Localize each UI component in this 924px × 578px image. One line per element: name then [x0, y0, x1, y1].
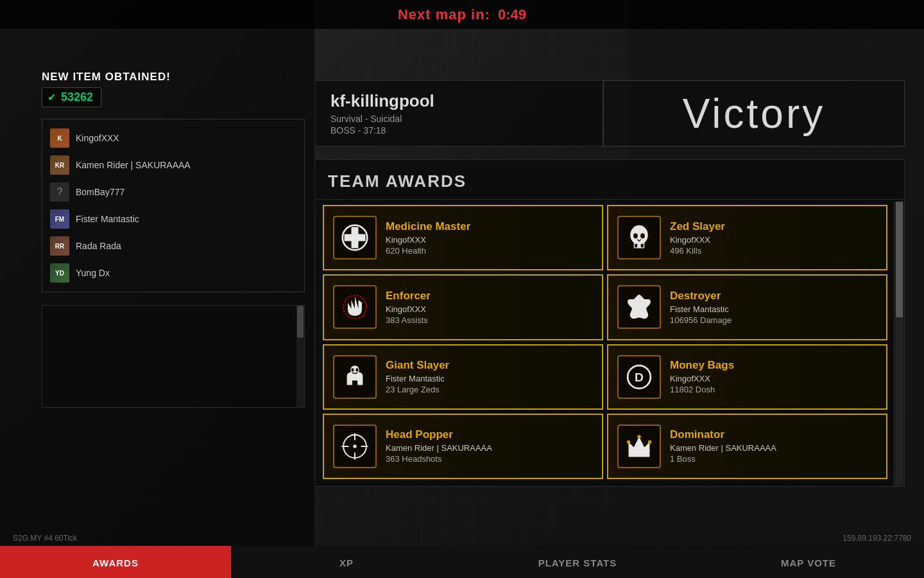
awards-grid: Medicine MasterKingofXXX620 Health Zed S…	[315, 200, 904, 484]
player-item[interactable]: KKingofXXX	[42, 125, 304, 152]
header-row: kf-killingpool Survival - Suicidal BOSS …	[314, 80, 905, 146]
victory-box: Victory	[603, 80, 905, 146]
award-icon-box	[333, 355, 377, 399]
award-player: KingofXXX	[386, 304, 593, 314]
award-stat: 11802 Dosh	[670, 385, 877, 394]
awards-scrollbar[interactable]	[894, 202, 904, 486]
award-icon-box	[617, 285, 661, 329]
award-title: Dominator	[670, 428, 877, 441]
dosh-icon: ✔	[47, 91, 56, 103]
award-title: Head Popper	[386, 428, 593, 441]
map-time: BOSS - 37:18	[330, 125, 587, 136]
svg-text:D: D	[635, 371, 644, 384]
map-mode: Survival - Suicidal	[330, 114, 587, 124]
player-avatar: KR	[50, 155, 69, 175]
award-info: Money BagsKingofXXX11802 Dosh	[670, 359, 877, 394]
tab-awards[interactable]: AWARDS	[0, 546, 231, 578]
player-avatar: ?	[50, 182, 69, 202]
player-name: Kamen Rider | SAKURAAAA	[76, 160, 191, 170]
player-name: Fister Mantastic	[76, 214, 139, 224]
next-map-label: Next map in:	[398, 6, 490, 23]
award-icon-box	[617, 216, 661, 259]
award-card: DestroyerFister Mantastic106956 Damage	[607, 274, 887, 340]
award-info: Head PopperKamen Rider | SAKURAAAA363 He…	[386, 428, 593, 464]
new-item-amount: 53262	[61, 91, 93, 104]
tab-map-vote[interactable]: MAP VOTE	[693, 546, 924, 578]
award-info: DominatorKamen Rider | SAKURAAAA1 Boss	[670, 428, 877, 464]
next-map-timer: 0:49	[498, 6, 526, 23]
award-stat: 23 Large Zeds	[386, 385, 593, 394]
award-card: Giant SlayerFister Mantastic23 Large Zed…	[323, 344, 603, 410]
player-name: Yung Dx	[76, 268, 110, 278]
player-item[interactable]: RRRada Rada	[42, 232, 304, 259]
award-info: EnforcerKingofXXX383 Assists	[386, 290, 593, 325]
player-name: Rada Rada	[76, 241, 121, 251]
awards-scrollbar-thumb	[896, 202, 903, 317]
player-item[interactable]: KRKamen Rider | SAKURAAAA	[42, 152, 304, 179]
award-title: Medicine Master	[386, 220, 593, 233]
award-stat: 620 Health	[386, 246, 593, 256]
award-title: Destroyer	[670, 290, 877, 302]
awards-container: TEAM AWARDS Medicine MasterKingofXXX620 …	[314, 159, 905, 487]
award-title: Giant Slayer	[386, 359, 593, 372]
new-item-label: NEW ITEM OBTAINED!	[42, 71, 305, 83]
player-avatar: RR	[50, 236, 69, 256]
server-info-left: S2G.MY #4 60Tick	[13, 534, 77, 543]
svg-point-8	[640, 233, 645, 238]
svg-point-7	[633, 233, 638, 238]
award-title: Money Bags	[670, 359, 877, 372]
svg-point-20	[353, 444, 357, 448]
award-player: Kamen Rider | SAKURAAAA	[386, 443, 593, 453]
award-stat: 363 Headshots	[386, 454, 593, 464]
left-panel: NEW ITEM OBTAINED! ✔ 53262 KKingofXXXKRK…	[42, 71, 305, 292]
tab-player-stats[interactable]: PLAYER STATS	[462, 546, 693, 578]
svg-rect-22	[629, 453, 650, 457]
right-panel: kf-killingpool Survival - Suicidal BOSS …	[314, 80, 905, 487]
tab-xp[interactable]: XP	[231, 546, 462, 578]
svg-point-25	[648, 440, 652, 444]
svg-rect-1	[345, 234, 366, 241]
svg-point-24	[627, 440, 631, 444]
award-icon-box	[333, 216, 377, 259]
victory-text: Victory	[683, 90, 825, 137]
award-info: DestroyerFister Mantastic106956 Damage	[670, 290, 877, 325]
new-item-value: ✔ 53262	[42, 87, 101, 107]
award-icon-box	[333, 425, 377, 468]
award-icon-box: D	[617, 355, 661, 399]
award-info: Giant SlayerFister Mantastic23 Large Zed…	[386, 359, 593, 394]
chat-scrollbar-thumb	[297, 306, 304, 338]
award-card: DominatorKamen Rider | SAKURAAAA1 Boss	[607, 414, 887, 479]
player-name: KingofXXX	[76, 133, 119, 143]
award-player: KingofXXX	[386, 235, 593, 245]
award-player: KingofXXX	[670, 235, 877, 245]
map-name: kf-killingpool	[330, 91, 587, 111]
award-icon-box	[333, 285, 377, 329]
award-stat: 383 Assists	[386, 315, 593, 325]
award-player: Fister Mantastic	[386, 374, 593, 383]
award-stat: 1 Boss	[670, 454, 877, 464]
award-card: Head PopperKamen Rider | SAKURAAAA363 He…	[323, 414, 603, 479]
award-card: EnforcerKingofXXX383 Assists	[323, 274, 603, 340]
award-info: Medicine MasterKingofXXX620 Health	[386, 220, 593, 256]
award-title: Enforcer	[386, 290, 593, 302]
top-bar: Next map in: 0:49	[0, 0, 924, 29]
chat-area[interactable]	[42, 305, 305, 408]
svg-marker-21	[629, 437, 650, 453]
svg-rect-6	[641, 244, 644, 248]
award-icon-box	[617, 425, 661, 468]
player-avatar: YD	[50, 263, 69, 283]
chat-scrollbar[interactable]	[296, 306, 304, 407]
award-info: Zed SlayerKingofXXX496 Kills	[670, 220, 877, 256]
award-player: Fister Mantastic	[670, 304, 877, 314]
award-title: Zed Slayer	[670, 220, 877, 233]
player-item[interactable]: ?BomBay777	[42, 179, 304, 206]
map-info: kf-killingpool Survival - Suicidal BOSS …	[314, 80, 603, 146]
main-content: NEW ITEM OBTAINED! ✔ 53262 KKingofXXXKRK…	[0, 29, 924, 559]
award-card: Medicine MasterKingofXXX620 Health	[323, 205, 603, 270]
player-item[interactable]: FMFister Mantastic	[42, 206, 304, 232]
award-player: Kamen Rider | SAKURAAAA	[670, 443, 877, 453]
award-player: KingofXXX	[670, 374, 877, 383]
player-item[interactable]: YDYung Dx	[42, 259, 304, 286]
awards-header: TEAM AWARDS	[315, 160, 904, 200]
svg-point-23	[637, 435, 641, 439]
